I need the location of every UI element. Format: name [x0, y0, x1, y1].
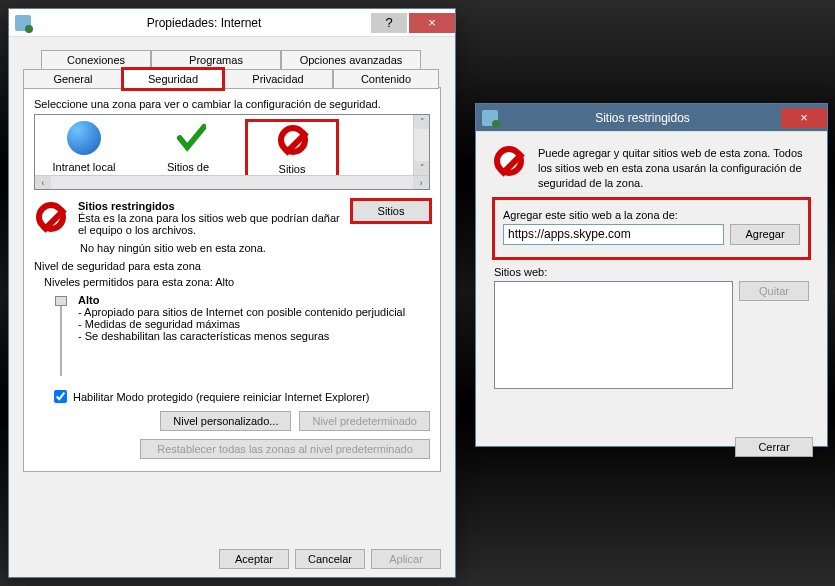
allowed-levels: Niveles permitidos para esta zona: Alto [44, 276, 430, 288]
close-button[interactable]: × [781, 108, 827, 128]
level-name: Alto [78, 294, 430, 306]
tab-programs[interactable]: Programas [151, 50, 281, 70]
dialog-body: Conexiones Programas Opciones avanzadas … [9, 37, 455, 480]
add-site-input[interactable] [503, 224, 724, 245]
sites-list-label: Sitios web: [494, 266, 809, 278]
zone-select-label: Seleccione una zona para ver o cambiar l… [34, 98, 430, 110]
add-site-highlight: Agregar este sitio web a la zona de: Agr… [492, 197, 811, 260]
protected-mode-label: Habilitar Modo protegido (requiere reini… [73, 391, 370, 403]
tab-privacy[interactable]: Privacidad [223, 69, 333, 89]
add-button[interactable]: Agregar [730, 224, 800, 245]
tab-advanced[interactable]: Opciones avanzadas [281, 50, 421, 70]
restricted-sites-dialog: Sitios restringidos × Puede agregar y qu… [475, 103, 828, 447]
sites-listbox[interactable] [494, 281, 733, 389]
zone-list: Intranet local Sitios de confianza Sitio… [34, 114, 430, 190]
tab-container: Conexiones Programas Opciones avanzadas … [23, 49, 441, 472]
checkmark-icon [176, 123, 206, 155]
window-title: Propiedades: Internet [39, 16, 369, 30]
sites-button[interactable]: Sitios [352, 200, 430, 222]
level-bullet: - Apropiado para sitios de Internet con … [78, 306, 430, 318]
zone-desc-title: Sitios restringidos [78, 200, 175, 212]
tab-general[interactable]: General [23, 69, 123, 89]
security-tab-panel: Seleccione una zona para ver o cambiar l… [23, 87, 441, 472]
close-button[interactable]: × [409, 13, 455, 33]
zone-empty-note: No hay ningún sitio web en esta zona. [80, 242, 430, 254]
internet-options-icon [15, 15, 31, 31]
protected-mode-row[interactable]: Habilitar Modo protegido (requiere reini… [54, 390, 430, 403]
window-title: Sitios restringidos [506, 111, 779, 125]
restricted-zone-icon [34, 200, 70, 236]
custom-level-button[interactable]: Nivel personalizado... [160, 411, 291, 431]
scroll-up-button[interactable]: ˄ [414, 115, 430, 129]
titlebar[interactable]: Propiedades: Internet ? × [9, 9, 455, 37]
no-entry-icon [278, 125, 308, 155]
zone-desc-body: Ésta es la zona para los sitios web que … [78, 212, 344, 236]
dialog-body: Puede agregar y quitar sitios web de est… [476, 132, 827, 465]
scroll-down-button[interactable]: ˅ [414, 161, 430, 175]
ok-button[interactable]: Aceptar [219, 549, 289, 569]
tab-connections[interactable]: Conexiones [41, 50, 151, 70]
default-level-button: Nivel predeterminado [299, 411, 430, 431]
tab-content[interactable]: Contenido [333, 69, 439, 89]
tab-security[interactable]: Seguridad [123, 69, 223, 89]
close-dialog-button[interactable]: Cerrar [735, 437, 813, 457]
help-button[interactable]: ? [371, 13, 407, 33]
scrollbar-horizontal[interactable]: ‹ › [35, 175, 429, 189]
restricted-msg: Puede agregar y quitar sitios web de est… [538, 146, 809, 191]
add-site-label: Agregar este sitio web a la zona de: [503, 209, 800, 221]
cancel-button[interactable]: Cancelar [295, 549, 365, 569]
scrollbar-vertical[interactable]: ˄ ˅ [413, 115, 429, 175]
scroll-left-button[interactable]: ‹ [35, 176, 51, 190]
globe-icon [67, 121, 101, 155]
no-entry-icon [494, 146, 528, 180]
zone-label: Intranet local [39, 161, 129, 173]
scroll-right-button[interactable]: › [413, 176, 429, 190]
protected-mode-checkbox[interactable] [54, 390, 67, 403]
dialog-footer: Aceptar Cancelar Aplicar [219, 549, 441, 569]
titlebar[interactable]: Sitios restringidos × [476, 104, 827, 132]
sec-level-label: Nivel de seguridad para esta zona [34, 260, 430, 272]
internet-options-icon [482, 110, 498, 126]
security-level-slider[interactable] [54, 294, 68, 380]
level-bullet: - Medidas de seguridad máximas [78, 318, 430, 330]
apply-button: Aplicar [371, 549, 441, 569]
reset-all-zones-button: Restablecer todas las zonas al nivel pre… [140, 439, 430, 459]
internet-properties-dialog: Propiedades: Internet ? × Conexiones Pro… [8, 8, 456, 578]
level-bullet: - Se deshabilitan las características me… [78, 330, 430, 342]
remove-button: Quitar [739, 281, 809, 301]
